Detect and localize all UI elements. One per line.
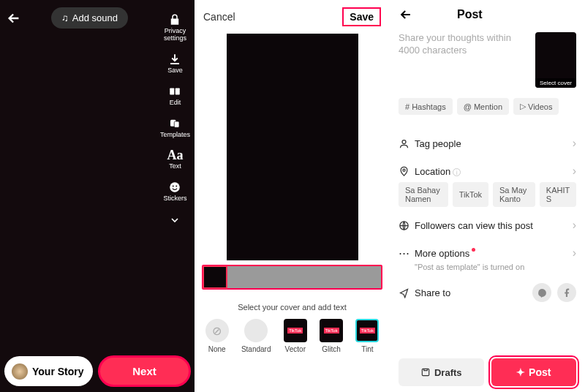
style-label: Glitch: [322, 345, 341, 353]
more-icon: ⋯: [399, 246, 415, 260]
chevron-right-icon: ›: [573, 137, 576, 150]
style-label: None: [208, 345, 226, 353]
tool-templates[interactable]: Templates: [160, 117, 190, 139]
your-story-label: Your Story: [32, 366, 84, 377]
next-button[interactable]: Next: [99, 356, 190, 386]
share-icon: [399, 287, 415, 298]
select-cover-button[interactable]: Select cover: [535, 32, 576, 88]
tool-save[interactable]: Save: [167, 53, 183, 75]
back-arrow-icon[interactable]: [399, 7, 413, 22]
caption-input[interactable]: Share your thoughts within 4000 characte…: [399, 32, 529, 88]
editor-tools-rail: Privacysettings Save Edit Templates Aa T…: [160, 13, 190, 226]
back-arrow-icon[interactable]: [6, 10, 22, 26]
post-body: Share your thoughts within 4000 characte…: [390, 32, 585, 309]
caption-row: Share your thoughts within 4000 characte…: [399, 32, 576, 88]
cancel-button[interactable]: Cancel: [203, 11, 235, 23]
svg-rect-0: [170, 88, 175, 94]
style-none[interactable]: ⊘ None: [205, 319, 229, 353]
style-tint[interactable]: Tint: [355, 319, 379, 353]
cover-header: Cancel Save: [195, 0, 390, 34]
share-to-row: Share to: [399, 271, 576, 309]
row-label: Locationi: [415, 166, 573, 177]
post-pane: Post Share your thoughts within 4000 cha…: [390, 0, 585, 392]
tool-label: Text: [169, 163, 181, 170]
post-label: Post: [529, 366, 551, 378]
svg-point-5: [173, 186, 174, 187]
your-story-button[interactable]: Your Story: [4, 356, 93, 386]
music-note-icon: ♫: [61, 12, 69, 23]
row-label: Tag people: [415, 138, 573, 149]
standard-swatch: [244, 319, 268, 342]
caption-chips: # Hashtags @ Mention ▷Videos: [399, 98, 576, 115]
add-sound-label: Add sound: [72, 12, 118, 23]
facebook-icon[interactable]: [557, 283, 576, 302]
select-cover-label: Select cover: [535, 78, 576, 88]
svg-point-8: [403, 169, 405, 171]
style-label: Vector: [285, 345, 306, 353]
page-title: Post: [457, 8, 483, 21]
drafts-button[interactable]: Drafts: [399, 358, 484, 386]
cover-styles-row: ⊘ None Standard Vector Glitch Tint: [195, 319, 390, 353]
location-suggestions: Sa Bahay Namen TikTok Sa May Kanto KAHIT…: [399, 182, 576, 207]
globe-icon: [399, 220, 415, 231]
row-label: More options: [415, 248, 573, 259]
none-swatch: ⊘: [205, 319, 229, 342]
visibility-row[interactable]: Followers can view this post ›: [399, 211, 576, 239]
drafts-icon: [420, 367, 431, 377]
tool-label: Stickers: [163, 195, 186, 203]
location-row[interactable]: Locationi ›: [399, 157, 576, 185]
tool-label: Privacysettings: [164, 28, 186, 42]
save-button[interactable]: Save: [342, 7, 381, 26]
hashtags-chip[interactable]: # Hashtags: [399, 98, 453, 115]
location-pin-icon: [399, 166, 415, 177]
tool-privacy-settings[interactable]: Privacysettings: [164, 13, 186, 42]
svg-point-4: [170, 183, 181, 193]
location-chip[interactable]: Sa Bahay Namen: [399, 182, 448, 207]
messenger-icon[interactable]: [532, 283, 551, 302]
person-icon: [399, 138, 415, 149]
svg-point-7: [402, 140, 406, 143]
svg-rect-10: [422, 369, 429, 375]
add-sound-button[interactable]: ♫ Add sound: [51, 7, 128, 29]
next-label: Next: [132, 365, 156, 377]
style-standard[interactable]: Standard: [241, 319, 271, 353]
avatar: [12, 363, 28, 380]
glitch-swatch: [320, 319, 343, 342]
timeline-selection-handle[interactable]: [203, 266, 227, 288]
row-label: Share to: [415, 287, 532, 298]
editor-bottom-bar: Your Story Next: [4, 356, 190, 386]
svg-point-6: [176, 186, 178, 187]
editor-pane: ♫ Add sound Privacysettings Save Edit Te…: [0, 0, 195, 392]
vector-swatch: [284, 319, 307, 342]
tool-label: Edit: [170, 99, 181, 107]
tool-text[interactable]: Aa Text: [167, 148, 183, 170]
timeline-strip[interactable]: [202, 265, 382, 290]
tool-stickers[interactable]: Stickers: [163, 181, 186, 203]
tint-swatch: [355, 319, 379, 342]
post-options: Tag people › Locationi › Sa Bahay Namen …: [399, 129, 576, 309]
svg-rect-3: [175, 121, 180, 127]
location-chip[interactable]: TikTok: [453, 182, 488, 207]
lock-icon: [168, 13, 181, 26]
chevron-right-icon: ›: [573, 219, 576, 232]
stickers-icon: [168, 181, 181, 194]
chevron-down-icon[interactable]: [169, 214, 181, 226]
templates-icon: [168, 117, 181, 130]
svg-rect-1: [176, 88, 180, 94]
style-glitch[interactable]: Glitch: [320, 319, 343, 353]
sparkle-icon: ✦: [516, 366, 525, 378]
post-bottom-bar: Drafts ✦ Post: [399, 358, 576, 386]
tool-edit[interactable]: Edit: [168, 85, 181, 107]
location-chip[interactable]: Sa May Kanto: [493, 182, 535, 207]
play-icon: ▷: [520, 102, 526, 111]
videos-chip[interactable]: ▷Videos: [513, 98, 559, 115]
drafts-label: Drafts: [434, 367, 462, 378]
post-button[interactable]: ✦ Post: [491, 358, 577, 386]
location-chip[interactable]: KAHIT S: [540, 182, 576, 207]
style-vector[interactable]: Vector: [284, 319, 307, 353]
share-targets: [532, 283, 576, 302]
cover-preview: [227, 34, 358, 260]
style-label: Standard: [241, 345, 271, 353]
mention-chip[interactable]: @ Mention: [457, 98, 509, 115]
tag-people-row[interactable]: Tag people ›: [399, 129, 576, 157]
